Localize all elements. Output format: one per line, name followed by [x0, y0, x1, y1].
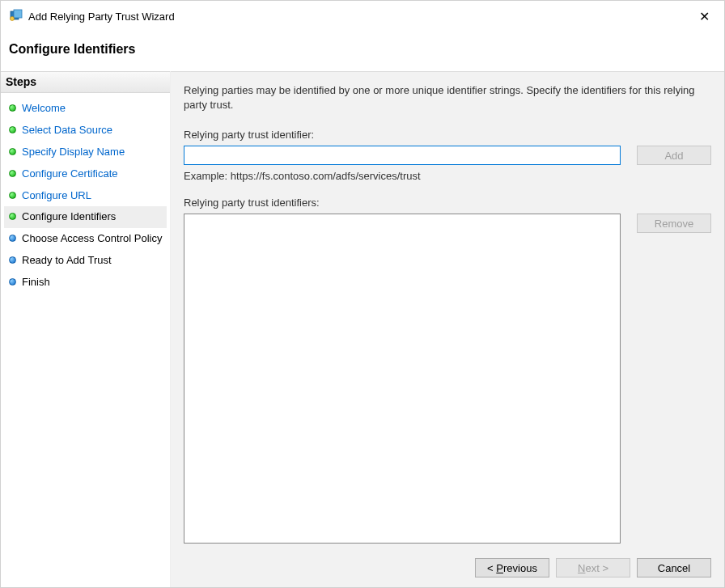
titlebar: Add Relying Party Trust Wizard ✕	[1, 1, 724, 32]
identifier-input-row: Add	[184, 146, 711, 165]
step-specify-display-name[interactable]: Specify Display Name	[4, 142, 167, 163]
steps-list: Welcome Select Data Source Specify Displ…	[1, 93, 170, 298]
identifiers-row: Remove	[184, 214, 711, 544]
add-button[interactable]: Add	[637, 146, 711, 165]
identifier-label: Relying party trust identifier:	[184, 129, 711, 141]
main-panel: Relying parties may be identified by one…	[171, 71, 724, 587]
step-welcome[interactable]: Welcome	[4, 98, 167, 120]
titlebar-left: Add Relying Party Trust Wizard	[9, 8, 175, 25]
step-bullet-icon	[9, 126, 16, 133]
step-bullet-icon	[9, 256, 16, 264]
step-bullet-icon	[9, 170, 16, 177]
step-label: Configure Identifiers	[22, 210, 116, 224]
step-ready-to-add-trust[interactable]: Ready to Add Trust	[4, 250, 167, 272]
svg-point-2	[11, 17, 15, 21]
step-bullet-icon	[9, 104, 16, 112]
close-button[interactable]: ✕	[693, 6, 716, 27]
next-button[interactable]: Next >	[556, 558, 630, 577]
identifier-input[interactable]	[184, 146, 621, 165]
step-bullet-icon	[9, 213, 16, 220]
step-label: Ready to Add Trust	[22, 254, 112, 268]
step-bullet-icon	[9, 235, 16, 242]
identifiers-listbox[interactable]	[184, 214, 621, 544]
step-configure-certificate[interactable]: Configure Certificate	[4, 163, 167, 185]
step-choose-access-control-policy[interactable]: Choose Access Control Policy	[4, 228, 167, 250]
remove-button[interactable]: Remove	[637, 214, 711, 233]
step-label: Specify Display Name	[22, 146, 125, 159]
app-icon	[9, 8, 23, 25]
steps-header: Steps	[1, 71, 170, 93]
step-configure-url[interactable]: Configure URL	[4, 185, 167, 207]
step-label: Configure Certificate	[22, 167, 118, 181]
step-label: Finish	[22, 276, 50, 290]
wizard-window: Add Relying Party Trust Wizard ✕ Configu…	[0, 0, 725, 588]
previous-button[interactable]: < Previous	[475, 558, 549, 577]
steps-sidebar: Steps Welcome Select Data Source Specify…	[1, 71, 171, 587]
cancel-button[interactable]: Cancel	[637, 558, 711, 577]
window-title: Add Relying Party Trust Wizard	[28, 11, 175, 23]
step-bullet-icon	[9, 192, 16, 199]
identifiers-list-label: Relying party trust identifiers:	[184, 197, 711, 209]
step-label: Select Data Source	[22, 124, 112, 137]
step-bullet-icon	[9, 278, 16, 286]
step-select-data-source[interactable]: Select Data Source	[4, 120, 167, 142]
page-title: Configure Identifiers	[9, 42, 716, 57]
wizard-footer: < Previous Next > Cancel	[475, 547, 711, 577]
step-finish[interactable]: Finish	[4, 272, 167, 294]
description-text: Relying parties may be identified by one…	[184, 83, 711, 112]
step-bullet-icon	[9, 148, 16, 155]
step-configure-identifiers[interactable]: Configure Identifiers	[4, 206, 167, 228]
example-text: Example: https://fs.contoso.com/adfs/ser…	[184, 170, 711, 182]
step-label: Choose Access Control Policy	[22, 232, 162, 246]
wizard-body: Steps Welcome Select Data Source Specify…	[1, 71, 724, 587]
step-label: Welcome	[22, 102, 66, 116]
step-label: Configure URL	[22, 189, 91, 203]
wizard-header: Configure Identifiers	[1, 32, 724, 71]
svg-rect-1	[14, 10, 22, 18]
